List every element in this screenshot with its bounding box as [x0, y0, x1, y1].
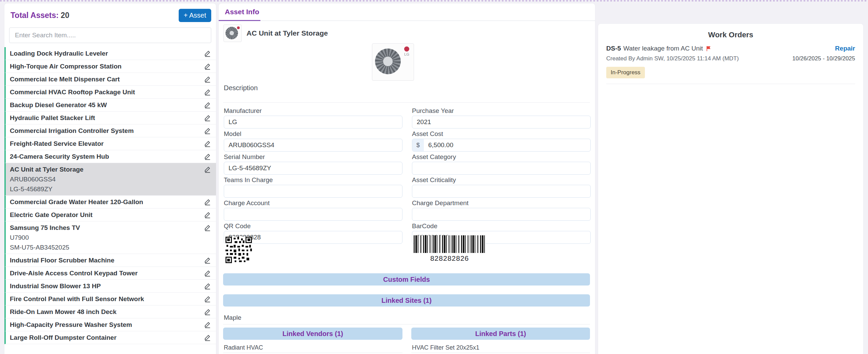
linked-parts-button[interactable]: Linked Parts (1) [411, 328, 590, 340]
field-label: Model [224, 130, 402, 137]
list-item-14[interactable]: Drive-Aisle Access Control Keypad Tower [4, 267, 216, 280]
list-item-19[interactable]: Large Roll-Off Dumpster Container [4, 331, 216, 344]
asset-model: U7900 [10, 234, 201, 241]
custom-fields-button[interactable]: Custom Fields [223, 273, 590, 286]
edit-icon[interactable] [204, 256, 211, 264]
add-asset-button[interactable]: + Asset [179, 9, 211, 22]
model-input[interactable] [224, 139, 402, 151]
list-item-9[interactable]: AC Unit at Tyler Storage ARUB060GSS4LG-5… [4, 163, 216, 196]
serial-number-input[interactable] [224, 162, 402, 174]
list-item-11[interactable]: Electric Gate Operator Unit [4, 209, 216, 221]
field-manufacturer: Manufacturer [224, 107, 402, 129]
ac-fan-graphic [375, 48, 401, 74]
list-item-4[interactable]: Backup Diesel Generator 45 kW [4, 99, 216, 112]
asset-name: Industrial Snow Blower 13 HP [10, 282, 201, 290]
edit-icon[interactable] [204, 334, 211, 341]
list-item-10[interactable]: Commercial Grade Water Heater 120-Gallon [4, 196, 216, 209]
asset-category-input[interactable] [412, 162, 590, 174]
edit-icon[interactable] [204, 101, 211, 109]
list-item-13[interactable]: Industrial Floor Scrubber Machine [4, 254, 216, 267]
active-tab-indicator [219, 20, 260, 21]
edit-icon[interactable] [204, 140, 211, 147]
list-item-15[interactable]: Industrial Snow Blower 13 HP [4, 280, 216, 293]
list-item-7[interactable]: Freight-Rated Service Elevator [4, 137, 216, 150]
linked-part-item: HVAC Filter Set 20x25x1 [412, 344, 479, 351]
field-label: Purchase Year [412, 107, 591, 114]
field-label: Teams In Charge [224, 176, 402, 183]
purchase-year-input[interactable] [412, 116, 590, 128]
asset-name: Drive-Aisle Access Control Keypad Tower [10, 270, 201, 277]
lg-logo-dot [237, 26, 240, 29]
edit-icon[interactable] [204, 308, 211, 315]
work-orders-title: Work Orders [598, 31, 863, 39]
list-item-1[interactable]: High-Torque Air Compressor Station [4, 60, 216, 73]
asset-name: AC Unit at Tyler Storage [10, 166, 201, 173]
edit-icon[interactable] [204, 153, 211, 160]
list-item-6[interactable]: Commercial Irrigation Controller System [4, 124, 216, 137]
edit-icon[interactable] [204, 114, 211, 121]
field-asset-category: Asset Category [412, 153, 591, 175]
linked-vendors-button[interactable]: Linked Vendors (1) [223, 328, 402, 340]
field-label: Manufacturer [224, 107, 402, 114]
list-item-12[interactable]: Samsung 75 Inches TV U7900SM-U75-AB34520… [4, 221, 216, 254]
list-item-2[interactable]: Commercial Ice Melt Dispenser Cart [4, 73, 216, 86]
edit-icon[interactable] [204, 269, 211, 277]
asset-name: Hydraulic Pallet Stacker Lift [10, 114, 201, 121]
edit-icon[interactable] [204, 282, 211, 290]
field-label: Charge Department [412, 199, 591, 206]
asset-name: Freight-Rated Service Elevator [10, 140, 201, 147]
edit-icon[interactable] [204, 50, 211, 57]
field-asset-cost: Asset Cost $ [412, 130, 591, 152]
edit-icon[interactable] [204, 224, 211, 231]
teams-in-charge-input[interactable] [224, 185, 402, 197]
asset-title: AC Unit at Tyler Storage [246, 29, 328, 37]
tab-bar: Asset Info [219, 3, 595, 21]
search-input[interactable] [9, 27, 211, 43]
edit-icon[interactable] [204, 75, 211, 83]
list-item-17[interactable]: Ride-On Lawn Mower 48 inch Deck [4, 306, 216, 318]
edit-icon[interactable] [204, 211, 211, 218]
total-assets-label: Total Assets:20 [11, 11, 69, 20]
edit-icon[interactable] [204, 198, 211, 205]
work-orders-panel: Work Orders DS-5 Water leakage from AC U… [598, 24, 863, 354]
asset-cost-input[interactable] [424, 139, 590, 151]
asset-name: Industrial Floor Scrubber Machine [10, 257, 201, 264]
list-item-3[interactable]: Commercial HVAC Rooftop Package Unit [4, 86, 216, 99]
asset-name: Ride-On Lawn Mower 48 inch Deck [10, 308, 201, 315]
list-item-18[interactable]: High-Capacity Pressure Washer System [4, 318, 216, 331]
qr-code-image [225, 237, 252, 263]
divider [223, 353, 402, 353]
edit-icon[interactable] [204, 62, 211, 70]
field-label: Serial Number [224, 153, 402, 160]
asset-list: Loading Dock Hydraulic Leveler High-Torq… [4, 47, 216, 344]
tab-asset-info[interactable]: Asset Info [225, 8, 259, 16]
field-teams-in-charge: Teams In Charge [224, 176, 402, 198]
field-purchase-year: Purchase Year [412, 107, 591, 129]
sidebar-header: Total Assets:20 + Asset [4, 3, 216, 26]
list-item-0[interactable]: Loading Dock Hydraulic Leveler [4, 47, 216, 60]
edit-icon[interactable] [204, 295, 211, 302]
asset-form: Manufacturer Purchase Year Model Asset C… [224, 107, 591, 244]
edit-icon[interactable] [204, 88, 211, 96]
edit-icon[interactable] [204, 127, 211, 134]
linked-sites-button[interactable]: Linked Sites (1) [223, 294, 590, 307]
ac-fan-graphic [225, 27, 238, 39]
charge-account-input[interactable] [224, 208, 402, 220]
asset-name: Loading Dock Hydraulic Leveler [10, 50, 201, 57]
asset-list-sidebar: Total Assets:20 + Asset Loading Dock Hyd… [4, 3, 216, 354]
asset-name: Commercial HVAC Rooftop Package Unit [10, 88, 201, 96]
field-charge-department: Charge Department [412, 199, 591, 221]
list-item-8[interactable]: 24-Camera Security System Hub [4, 150, 216, 163]
manufacturer-input[interactable] [224, 116, 402, 128]
barcode-caption: 828282826 [414, 254, 486, 262]
list-item-16[interactable]: Fire Control Panel with Full Sensor Netw… [4, 293, 216, 306]
list-item-5[interactable]: Hydraulic Pallet Stacker Lift [4, 112, 216, 124]
asset-criticality-input[interactable] [412, 185, 590, 197]
charge-department-input[interactable] [412, 208, 590, 220]
asset-name: High-Torque Air Compressor Station [10, 63, 201, 70]
linked-site-item: Maple [224, 314, 241, 321]
edit-icon[interactable] [204, 165, 211, 173]
edit-icon[interactable] [204, 321, 211, 328]
work-order-id: DS-5 [606, 45, 621, 52]
work-order-type-link[interactable]: Repair [835, 45, 855, 52]
